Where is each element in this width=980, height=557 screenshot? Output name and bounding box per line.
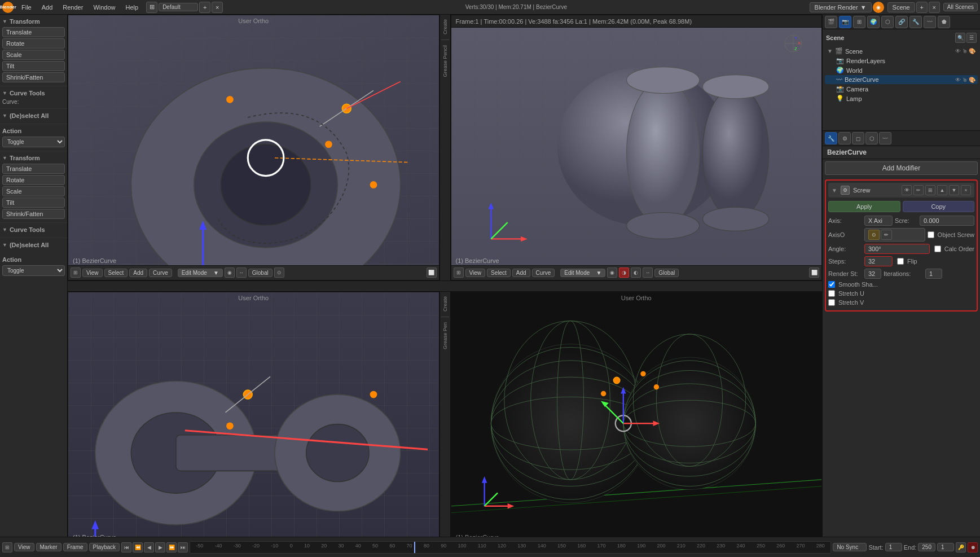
layout-remove-btn[interactable]: × [212,2,223,13]
tree-item-renderlayers[interactable]: 📷 RenderLayers [825,56,978,65]
smooth-sha-checkbox[interactable] [828,281,835,288]
global-tr[interactable]: Global [654,269,679,277]
tree-item-scene[interactable]: ▼ 🎬 Scene 👁 🖱 🎨 [825,46,978,56]
curve-label-tl[interactable]: Curve [149,269,172,277]
modifier-move-down[interactable]: ▼ [949,185,959,195]
shade-tr-1[interactable]: ◉ [607,267,617,278]
translate-btn-bottom[interactable]: Translate [2,164,65,174]
menu-window[interactable]: Window [89,3,120,12]
time-ruler[interactable]: -50-40-30-20-10 010203040 5060708090 100… [190,541,831,554]
scene-remove-btn[interactable]: × [929,2,940,13]
record-icon[interactable]: ⏺ [968,542,978,552]
prop-scene-icon[interactable]: 🎬 [825,16,837,28]
timeline-view-btn[interactable]: View [14,543,34,551]
prev-key-btn[interactable]: ⏪ [133,542,143,552]
select-label-tr[interactable]: Select [487,269,511,277]
prop-wrench-icon[interactable]: 🔧 [825,132,837,144]
proportional-tl[interactable]: ⊙ [274,267,284,278]
deselect-header-top[interactable]: ▼ (De)select All [2,111,65,120]
shrinkfatten-btn-top[interactable]: Shrink/Fatten [2,72,65,82]
scene-add-btn[interactable]: + [916,2,928,13]
next-key-btn[interactable]: ⏩ [166,542,177,552]
prop-layers-icon[interactable]: ⊞ [853,16,865,28]
global-tl[interactable]: Global [248,269,273,277]
prop-material-icon[interactable]: ⬟ [938,16,950,28]
select-label-tl[interactable]: Select [104,269,128,277]
action-header-bottom[interactable]: Action [2,255,65,264]
axiso-value[interactable]: ⊙ ✏ [864,228,925,242]
start-frame-field[interactable]: 1 [885,543,902,551]
view-label-tl[interactable]: View [82,269,103,277]
render-value[interactable]: 32 [864,269,881,279]
copy-btn[interactable]: Copy [903,201,975,212]
tree-item-camera[interactable]: 📸 Camera [825,84,978,94]
curve-tools-header-bottom[interactable]: ▼ Curve Tools [2,225,65,234]
all-scenes-btn[interactable]: All Scenes [943,3,978,11]
maximize-tl[interactable]: ⬜ [427,267,437,278]
prop-screw-icon[interactable]: ⚙ [838,132,851,144]
menu-add[interactable]: Add [37,3,58,12]
shrinkfatten-btn-bottom[interactable]: Shrink/Fatten [2,209,65,219]
viewport-bottom-right[interactable]: User Ortho [451,292,823,558]
scale-btn-top[interactable]: Scale [2,50,65,60]
end-frame-field[interactable]: 250 [918,543,935,551]
frame-btn[interactable]: Frame [63,543,87,551]
viewport-shade-tl[interactable]: ◉ [225,267,235,278]
keying-icon[interactable]: 🔑 [956,542,966,552]
mode-tr[interactable]: Edit Mode▼ [560,269,605,277]
prop-object-icon[interactable]: ⬡ [881,16,894,28]
playback-btn[interactable]: Playback [89,543,120,551]
prop-constraints-icon[interactable]: 🔗 [895,16,908,28]
shade-tr-2[interactable]: ◑ [619,267,629,278]
curve-label-tr[interactable]: Curve [532,269,555,277]
steps-value[interactable]: 32 [864,256,893,266]
tilt-btn-top[interactable]: Tilt [2,61,65,71]
stretch-u-checkbox[interactable] [828,290,835,297]
action-toggle-bottom[interactable]: Toggle [2,265,65,276]
play-btn[interactable]: ▶ [155,542,165,552]
prop-data-icon[interactable]: 〰 [924,16,936,28]
action-toggle-top[interactable]: Toggle [2,137,65,147]
prop-render-icon[interactable]: 📷 [839,16,851,28]
translate-btn-top[interactable]: Translate [2,27,65,37]
object-screw-check[interactable] [928,231,934,238]
mode-tl[interactable]: Edit Mode▼ [178,269,223,277]
menu-render[interactable]: Render [58,3,87,12]
playhead[interactable] [414,542,415,553]
render-engine-dropdown[interactable]: Blender Render ▼ [810,2,872,12]
flip-check[interactable] [897,258,904,265]
action-header-top[interactable]: Action [2,126,65,135]
view-label-tr[interactable]: View [465,269,486,277]
layout-icon[interactable]: ⊞ [146,2,157,13]
viewport-top-left[interactable]: User Ortho [68,15,440,280]
rotate-btn-top[interactable]: Rotate [2,38,65,49]
stretch-v-checkbox[interactable] [828,299,835,306]
tree-item-lamp[interactable]: 💡 Lamp [825,94,978,103]
manipulator-tl[interactable]: ↔ [236,267,247,278]
view-btn-tr[interactable]: ⊞ [454,267,464,278]
tree-item-beziercurve[interactable]: 〰 BezierCurve 👁 🖱 🎨 [825,75,978,84]
modifier-vis-render[interactable]: 👁 [902,185,912,195]
prop-subsurf-icon[interactable]: ⬡ [865,132,878,144]
scene-dropdown[interactable]: Scene [887,2,915,12]
add-label-tl[interactable]: Add [129,269,147,277]
add-label-tr[interactable]: Add [512,269,530,277]
tree-filter-btn[interactable]: 🔍 [955,33,965,43]
menu-help[interactable]: Help [121,3,143,12]
sync-dropdown[interactable]: No Sync [833,543,867,551]
scale-btn-bottom[interactable]: Scale [2,186,65,196]
prop-wave-icon[interactable]: 〰 [879,132,891,144]
calc-order-check[interactable] [934,245,941,252]
tree-view-btn[interactable]: ☰ [966,33,977,43]
viewport-bottom-left[interactable]: User Ortho [68,292,440,558]
modifier-vis-cage[interactable]: ⊞ [925,185,935,195]
transform-header-bottom[interactable]: ▼ Transform [2,153,65,163]
curve-tools-header-top[interactable]: ▼ Curve Tools [2,89,65,98]
axis-value[interactable]: X Axi [864,216,893,226]
iterations-value[interactable]: 1 [925,269,942,279]
prop-world-icon[interactable]: 🌍 [867,16,880,28]
angle-value[interactable]: 300° [864,244,930,254]
shade-tr-3[interactable]: ◐ [631,267,641,278]
apply-btn[interactable]: Apply [828,201,900,212]
timeline-panel-btn[interactable]: ⊞ [2,542,12,552]
